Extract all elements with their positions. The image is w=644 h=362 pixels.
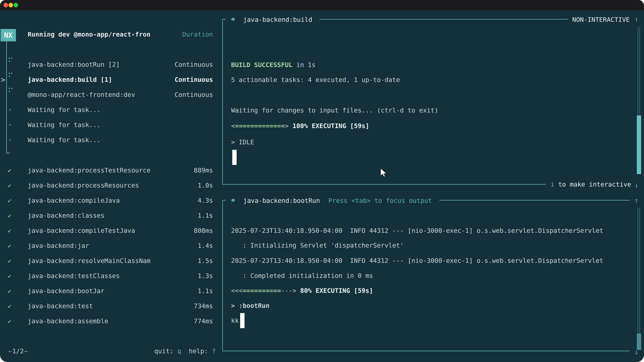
panel-border — [222, 200, 223, 351]
scroll-down-icon[interactable]: ↓ — [633, 348, 640, 356]
progress-label: 80% EXECUTING [59s] — [296, 287, 373, 294]
pending-dot-icon — [9, 109, 10, 110]
minimize-button-icon[interactable] — [8, 3, 13, 7]
task-duration: 4.3s — [198, 193, 213, 208]
task-duration: 1.1s — [198, 208, 213, 223]
pager-value: 1/2 — [12, 348, 24, 355]
task-duration: 1.3s — [198, 268, 213, 283]
sidebar-header: Running dev @mono-app/react-fron Duratio… — [0, 27, 223, 42]
task-duration: Continuous — [174, 57, 213, 72]
tasks-summary-line: 5 actionable tasks: 4 executed, 1 up-to-… — [231, 75, 400, 84]
scrollbar-thumb[interactable] — [637, 334, 641, 350]
check-icon: ✔ — [8, 223, 12, 238]
check-icon: ✔ — [8, 163, 12, 178]
task-label: java-backend:testClasses — [28, 268, 120, 283]
build-time: in 1s — [292, 61, 316, 68]
terminal-cursor — [240, 313, 244, 328]
task-label: java-backend:compileJava — [28, 193, 120, 208]
build-result-line: BUILD SUCCESSFUL in 1s — [231, 60, 316, 69]
waiting-task-row[interactable]: Waiting for task... — [0, 132, 223, 147]
quit-label: quit: — [154, 348, 174, 355]
task-row[interactable]: ✔ java-backend:compileTestJava 808ms — [0, 223, 223, 238]
check-icon: ✔ — [8, 299, 12, 314]
waiting-task-row[interactable]: Waiting for task... — [0, 102, 223, 117]
task-label: java-backend:resolveMainClassNam — [28, 253, 150, 268]
panel-border — [222, 184, 546, 185]
task-row[interactable]: ✔ java-backend:bootJar 1.1s — [0, 283, 223, 299]
task-label: java-backend:jar — [28, 238, 89, 253]
task-row[interactable]: java-backend:bootRun [2] Continuous — [0, 57, 223, 72]
pager-left-icon[interactable]: ← — [8, 348, 12, 355]
task-label: Waiting for task... — [28, 117, 100, 132]
task-row[interactable]: ✔ java-backend:jar 1.4s — [0, 238, 223, 253]
pager-right-icon[interactable]: → — [24, 348, 28, 355]
non-interactive-badge: NON-INTERACTIVE — [572, 16, 630, 23]
task-label: java-backend:classes — [28, 208, 104, 223]
task-row[interactable]: ✔ java-backend:processTestResource 889ms — [0, 163, 223, 178]
progress-suffix: ---> — [281, 287, 296, 294]
duration-column-header: Duration — [182, 27, 213, 42]
scroll-up-icon[interactable]: ↑ — [633, 15, 640, 23]
pending-dot-icon — [9, 139, 10, 141]
task-duration: Continuous — [174, 87, 213, 102]
task-row[interactable]: ✔ java-backend:resolveMainClassNam 1.5s — [0, 253, 223, 268]
task-row-selected[interactable]: java-backend:build [1] Continuous — [0, 72, 223, 87]
help-label: help: — [189, 348, 208, 355]
gradle-command-line: > :bootRun — [231, 301, 270, 310]
window-titlebar[interactable] — [0, 0, 644, 10]
panel-border — [440, 200, 630, 201]
task-duration: 1.0s — [198, 178, 213, 193]
typed-input-text[interactable]: kk — [231, 316, 239, 325]
check-icon: ✔ — [8, 208, 12, 223]
interactive-hint-key: i — [550, 181, 554, 188]
task-row[interactable]: ✔ java-backend:assemble 774ms — [0, 314, 223, 329]
log-line: 2025-07-23T13:40:18.950-04:00 INFO 44312… — [231, 226, 603, 235]
page-indicator[interactable]: ←1/2→ — [8, 344, 28, 359]
scrollbar-track[interactable] — [638, 27, 640, 116]
check-icon: ✔ — [8, 283, 12, 299]
task-label: java-backend:compileTestJava — [28, 223, 135, 238]
mouse-cursor — [380, 168, 388, 178]
task-row[interactable]: ✔ java-backend:testClasses 1.3s — [0, 268, 223, 283]
terminal-cursor — [232, 150, 237, 165]
task-row[interactable]: @mono-app/react-frontend:dev Continuous — [0, 87, 223, 102]
keyboard-hints: quit: q help: ? — [154, 344, 216, 359]
spinner-icon — [9, 88, 13, 92]
quit-key[interactable]: q — [177, 348, 181, 355]
task-duration: 1.5s — [198, 253, 213, 268]
interactive-hint: i to make interactive — [550, 180, 631, 189]
check-icon: ✔ — [8, 178, 12, 193]
progress-bar: ============= — [235, 122, 285, 130]
check-icon: ✔ — [8, 314, 12, 329]
run-command-title: Running dev @mono-app/react-fron — [28, 27, 150, 42]
panel-border — [222, 19, 223, 185]
focus-output-hint: Press <tab> to focus output — [328, 197, 432, 204]
panel-border — [222, 351, 630, 351]
terminal-window: NX Running dev @mono-app/react-fron Dura… — [0, 0, 644, 362]
waiting-task-row[interactable]: Waiting for task... — [0, 117, 223, 132]
check-icon: ✔ — [8, 193, 12, 208]
panel-border — [320, 19, 568, 19]
task-row[interactable]: ✔ java-backend:processResources 1.0s — [0, 178, 223, 193]
sidebar-footer: ←1/2→ quit: q help: ? — [0, 344, 223, 359]
help-key[interactable]: ? — [212, 348, 216, 355]
pending-dot-icon — [9, 124, 10, 125]
task-row[interactable]: ✔ java-backend:test 734ms — [0, 299, 223, 314]
task-duration: 774ms — [194, 314, 213, 329]
running-task-list: java-backend:bootRun [2] Continuous java… — [0, 57, 223, 147]
close-button-icon[interactable] — [4, 3, 8, 7]
task-row[interactable]: ✔ java-backend:compileJava 4.3s — [0, 193, 223, 208]
maximize-button-icon[interactable] — [14, 3, 18, 7]
scroll-down-icon[interactable]: ↓ — [633, 181, 640, 189]
scrollbar-thumb[interactable] — [637, 115, 641, 174]
panel-title: java-backend:build — [243, 16, 312, 23]
progress-suffix: > — [285, 122, 289, 130]
scrollbar-track[interactable] — [638, 208, 640, 334]
completed-task-list: ✔ java-backend:processTestResource 889ms… — [0, 163, 223, 329]
task-duration: 1.1s — [198, 283, 213, 299]
interactive-hint-text: to make interactive — [554, 181, 631, 188]
task-row[interactable]: ✔ java-backend:classes 1.1s — [0, 208, 223, 223]
task-bullet-icon — [231, 199, 235, 202]
scroll-up-icon[interactable]: ↑ — [633, 196, 640, 204]
task-label: java-backend:build [1] — [28, 72, 112, 87]
